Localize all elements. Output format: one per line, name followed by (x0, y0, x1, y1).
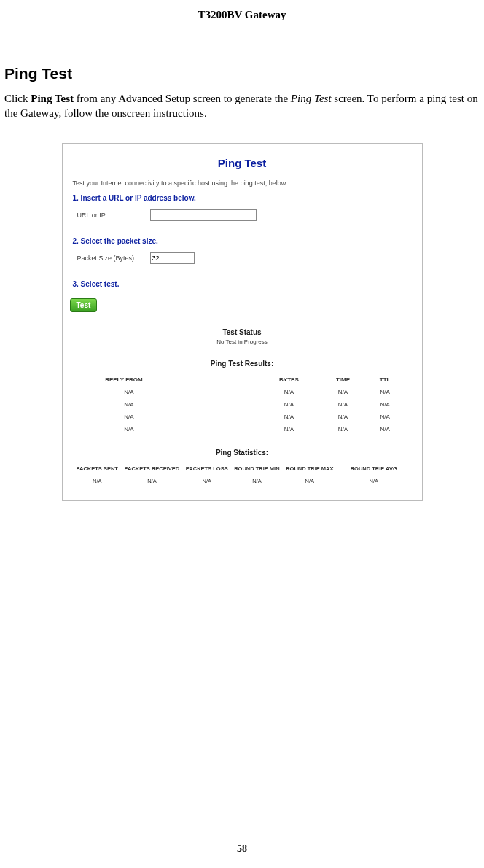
col-ttl: TTL (366, 373, 403, 386)
cell-bytes: N/A (258, 398, 320, 411)
cell-ttl: N/A (366, 411, 403, 423)
cell-time: N/A (320, 386, 367, 398)
cell-reply: N/A (80, 386, 258, 398)
col-round-trip-avg: ROUND TRIP AVG (337, 462, 411, 475)
url-row: URL or IP: (77, 209, 422, 221)
cell-ttl: N/A (366, 423, 403, 435)
body-paragraph: Click Ping Test from any Advanced Setup … (4, 91, 480, 121)
cell-bytes: N/A (258, 423, 320, 435)
cell-sent: N/A (73, 475, 121, 487)
cell-rtavg: N/A (337, 475, 411, 487)
cell-reply: N/A (80, 411, 258, 423)
embedded-screenshot: Ping Test Test your Internet connectivit… (62, 143, 423, 501)
body-ital-1: Ping Test (291, 93, 332, 104)
col-round-trip-min: ROUND TRIP MIN (231, 462, 283, 475)
cell-ttl: N/A (366, 386, 403, 398)
ping-results-table: REPLY FROM BYTES TIME TTL N/A N/A N/A N/… (80, 373, 404, 435)
packet-size-input[interactable] (150, 252, 195, 264)
col-bytes: BYTES (258, 373, 320, 386)
url-label: URL or IP: (77, 212, 150, 219)
cell-time: N/A (320, 398, 367, 411)
packet-size-label: Packet Size (Bytes): (77, 255, 150, 262)
table-row: N/A N/A N/A N/A (80, 411, 404, 423)
ping-test-subtitle: Test your Internet connectivity to a spe… (73, 179, 422, 187)
ping-results-head: Ping Test Results: (63, 360, 422, 368)
table-row: N/A N/A N/A N/A (80, 386, 404, 398)
test-button[interactable]: Test (70, 298, 98, 312)
packet-row: Packet Size (Bytes): (77, 252, 422, 264)
cell-ttl: N/A (366, 398, 403, 411)
ping-stats-table: PACKETS SENT PACKETS RECEIVED PACKETS LO… (73, 462, 410, 487)
cell-time: N/A (320, 411, 367, 423)
table-row: N/A N/A N/A N/A N/A N/A (73, 475, 410, 487)
cell-rtmin: N/A (231, 475, 283, 487)
col-packets-received: PACKETS RECEIVED (121, 462, 182, 475)
step-3-label: 3. Select test. (73, 280, 422, 288)
col-time: TIME (320, 373, 367, 386)
cell-time: N/A (320, 423, 367, 435)
col-packets-sent: PACKETS SENT (73, 462, 121, 475)
document-header: T3200BV Gateway (0, 9, 484, 21)
cell-recv: N/A (121, 475, 182, 487)
section-title: Ping Test (4, 65, 484, 82)
cell-rtmax: N/A (283, 475, 337, 487)
cell-bytes: N/A (258, 386, 320, 398)
step-2-label: 2. Select the packet size. (73, 237, 422, 245)
col-reply-from: REPLY FROM (80, 373, 258, 386)
body-mid: from any Advanced Setup screen to genera… (74, 93, 291, 104)
page-number: 58 (0, 843, 484, 855)
table-row: N/A N/A N/A N/A (80, 423, 404, 435)
url-input[interactable] (150, 209, 257, 221)
cell-reply: N/A (80, 423, 258, 435)
ping-stats-head: Ping Statistics: (63, 449, 422, 457)
table-row: N/A N/A N/A N/A (80, 398, 404, 411)
step-1-label: 1. Insert a URL or IP address below. (73, 194, 422, 202)
col-packets-loss: PACKETS LOSS (183, 462, 231, 475)
cell-loss: N/A (183, 475, 231, 487)
cell-bytes: N/A (258, 411, 320, 423)
col-round-trip-max: ROUND TRIP MAX (283, 462, 337, 475)
body-pre: Click (4, 93, 31, 104)
test-status-head: Test Status (63, 328, 422, 336)
cell-reply: N/A (80, 398, 258, 411)
test-status-text: No Test in Progress (63, 338, 422, 345)
ping-test-title: Ping Test (63, 157, 422, 169)
body-bold-1: Ping Test (31, 93, 74, 104)
